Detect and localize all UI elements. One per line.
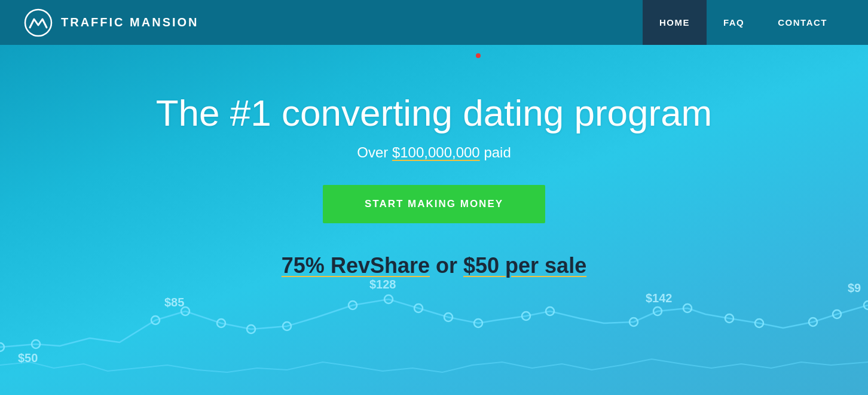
hero-section: The #1 converting dating program Over $1… xyxy=(0,45,868,395)
svg-text:$85: $85 xyxy=(164,296,184,309)
brand: TRAFFIC MANSION xyxy=(24,8,199,37)
svg-point-0 xyxy=(25,10,51,36)
chart-area: $50 $85 $128 $142 $9 xyxy=(0,275,868,395)
revshare-part1: 75% RevShare xyxy=(282,253,430,278)
hero-title: The #1 converting dating program xyxy=(156,93,713,133)
subtitle-amount: $100,000,000 xyxy=(392,144,480,160)
revshare-or: or xyxy=(430,253,463,278)
nav-home[interactable]: HOME xyxy=(643,0,707,45)
red-dot-decoration xyxy=(476,53,481,58)
cta-button[interactable]: START MAKING MONEY xyxy=(323,185,545,223)
brand-name: TRAFFIC MANSION xyxy=(61,16,199,29)
brand-logo xyxy=(24,8,53,37)
nav-faq[interactable]: FAQ xyxy=(707,0,761,45)
nav-contact[interactable]: CONTACT xyxy=(761,0,844,45)
svg-text:$50: $50 xyxy=(18,351,38,364)
navbar: TRAFFIC MANSION HOME FAQ CONTACT xyxy=(0,0,868,45)
svg-text:$142: $142 xyxy=(646,291,673,305)
nav-links: HOME FAQ CONTACT xyxy=(643,0,844,45)
chart-svg: $50 $85 $128 $142 $9 xyxy=(0,275,868,395)
hero-subtitle: Over $100,000,000 paid xyxy=(357,144,511,161)
revshare-part2: $50 per sale xyxy=(463,253,586,278)
subtitle-suffix: paid xyxy=(480,144,511,160)
svg-text:$9: $9 xyxy=(848,281,861,294)
subtitle-prefix: Over xyxy=(357,144,392,160)
svg-text:$128: $128 xyxy=(369,278,396,291)
revshare-text: 75% RevShare or $50 per sale xyxy=(282,253,586,278)
